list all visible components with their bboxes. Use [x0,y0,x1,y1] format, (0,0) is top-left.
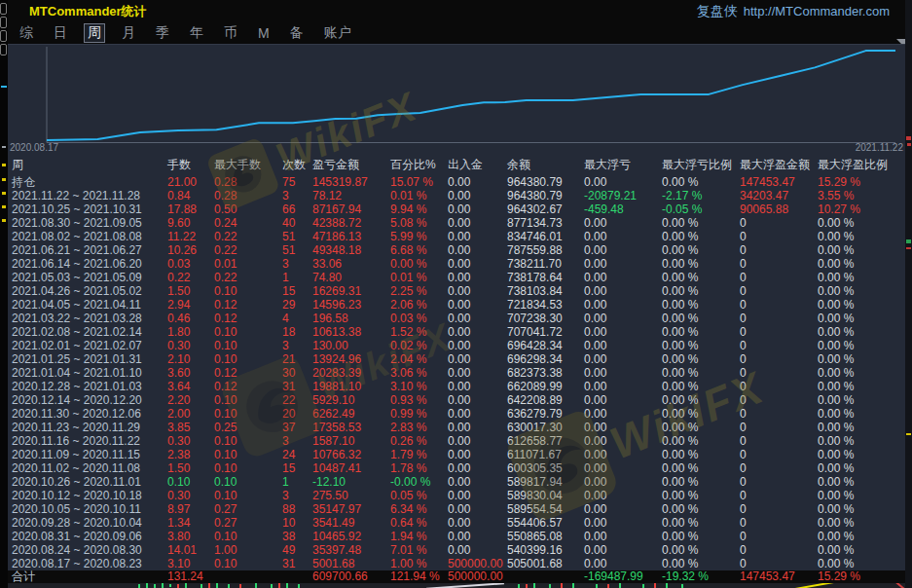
total-row[interactable]: 合计131.24609700.66121.94 %500000.00-16948… [8,570,905,583]
value-cell: 1.80 [167,325,214,339]
value-cell: 22 [282,393,312,407]
table-row[interactable]: 2020.09.28 ~ 2020.10.041.340.27103541.49… [8,516,905,530]
value-cell: 14.01 [167,543,214,557]
value-cell: 540399.16 [507,543,584,557]
table-row[interactable]: 2020.11.30 ~ 2020.12.062.000.10206262.49… [8,407,905,421]
value-cell: 145319.87 [312,175,390,189]
table-row[interactable]: 2020.11.23 ~ 2020.11.293.850.253717358.5… [8,421,905,434]
value-cell: 3 [282,339,312,352]
period-cell: 2020.11.16 ~ 2020.11.22 [12,434,167,448]
menu-item-综[interactable]: 综 [19,24,33,42]
period-cell: 2020.10.12 ~ 2020.10.18 [12,489,167,502]
table-row[interactable]: 2020.12.28 ~ 2021.01.033.640.123119881.1… [8,380,905,393]
value-cell: 0.00 % [818,421,905,434]
table-row[interactable]: 2020.12.14 ~ 2020.12.202.200.10225929.10… [8,393,905,407]
brand-url-link[interactable]: http://MTCommander.com [744,4,890,18]
table-row[interactable]: 2021.03.22 ~ 2021.03.280.460.124196.580.… [8,312,905,325]
background-left-strip [0,0,8,588]
table-row[interactable]: 2021.08.02 ~ 2021.08.0811.220.225147186.… [8,230,905,243]
value-cell: 3.85 [167,421,214,434]
table-row[interactable]: 2020.10.26 ~ 2020.11.010.100.101-12.10-0… [8,475,905,489]
table-row[interactable]: 2021.02.08 ~ 2021.02.141.800.101810613.3… [8,325,905,339]
table-row[interactable]: 2020.10.05 ~ 2020.10.118.970.278835147.9… [8,502,905,516]
table-row[interactable]: 2020.11.16 ~ 2020.11.220.300.1031587.100… [8,434,905,448]
x-axis-start-label: 2020.08.17 [10,142,58,153]
column-header: 最大手数 [214,154,282,175]
value-cell: 0.05 % [390,489,448,502]
background-toolbar-button [0,30,7,42]
value-cell: 0 [740,271,818,284]
value-cell: 121.94 % [390,570,448,583]
value-cell: 877134.73 [507,216,584,230]
menu-item-币[interactable]: 币 [224,24,237,42]
table-row[interactable]: 2020.11.02 ~ 2020.11.081.500.101510487.4… [8,461,905,475]
value-cell: 0.30 [167,489,214,502]
value-cell: 20 [282,407,312,421]
value-cell: 0.00 [448,421,507,434]
table-row[interactable]: 2020.08.17 ~ 2020.08.233.100.10315001.68… [8,557,905,570]
period-cell: 2021.06.21 ~ 2021.06.27 [12,243,167,257]
value-cell: 2.25 % [390,284,448,298]
table-row[interactable]: 2020.11.09 ~ 2020.11.152.380.102410766.3… [8,448,905,461]
balance-curve [8,45,905,155]
value-cell: 0.00 % [818,298,905,312]
value-cell: 30 [282,366,312,380]
value-cell: 3.80 [167,530,214,543]
value-cell: 0.03 [167,257,214,271]
value-cell: 0.00 % [818,325,905,339]
table-row[interactable]: 2021.10.25 ~ 2021.10.3117.880.506687167.… [8,202,905,216]
value-cell: 0.00 [584,352,662,366]
value-cell: 49348.18 [312,243,390,257]
background-bottom-strip [8,583,905,588]
menu-item-季[interactable]: 季 [156,24,169,42]
value-cell: 0.00 % [390,257,448,271]
value-cell: 0.00 % [818,284,905,298]
value-cell: 0 [740,352,818,366]
value-cell: 0.00 % [818,216,905,230]
value-cell: 0.64 % [390,516,448,530]
table-row[interactable]: 2021.04.26 ~ 2021.05.021.500.101516269.3… [8,284,905,298]
value-cell: 0.22 [214,271,282,284]
table-row[interactable]: 持仓21.000.2875145319.8715.07 %0.00964380.… [8,175,905,189]
table-row[interactable]: 2021.11.22 ~ 2021.11.280.840.28378.120.0… [8,189,905,202]
period-cell: 2020.08.31 ~ 2020.09.06 [12,530,167,543]
value-cell: 0.00 % [818,502,905,516]
value-cell: 1.79 % [390,448,448,461]
value-cell: 14596.23 [312,298,390,312]
table-row[interactable]: 2020.10.12 ~ 2020.10.180.300.103275.500.… [8,489,905,502]
table-row[interactable]: 2021.02.01 ~ 2021.02.070.300.103130.000.… [8,339,905,352]
table-row[interactable]: 2021.01.25 ~ 2021.01.312.100.102113924.9… [8,352,905,366]
menu-item-月[interactable]: 月 [122,24,135,42]
value-cell: 0.00 % [662,243,740,257]
value-cell: 0.12 [214,312,282,325]
menu-item-M[interactable]: M [258,25,270,41]
value-cell: 0 [740,434,818,448]
menu-item-账户[interactable]: 账户 [324,24,351,42]
value-cell: 0.10 [214,448,282,461]
value-cell: 0.00 % [662,448,740,461]
background-right-strip [905,0,912,588]
table-row[interactable]: 2021.01.04 ~ 2021.01.103.600.123020283.3… [8,366,905,380]
value-cell: 630017.30 [507,421,584,434]
value-cell: 682373.38 [507,366,584,380]
value-cell: 0.00 [584,216,662,230]
value-cell: 24 [282,448,312,461]
table-row[interactable]: 2021.08.30 ~ 2021.09.059.600.244042388.7… [8,216,905,230]
table-row[interactable]: 2021.04.05 ~ 2021.04.112.940.122914596.2… [8,298,905,312]
table-row[interactable]: 2021.05.03 ~ 2021.05.090.220.22174.800.0… [8,271,905,284]
value-cell: 0.24 [214,216,282,230]
value-cell: 0.00 [584,434,662,448]
value-cell: 0.00 [448,448,507,461]
period-cell: 2020.08.17 ~ 2020.08.23 [12,557,167,570]
value-cell: 75 [282,175,312,189]
table-row[interactable]: 2021.06.14 ~ 2021.06.200.030.01333.060.0… [8,257,905,271]
table-row[interactable]: 2020.08.24 ~ 2020.08.3014.011.004935397.… [8,543,905,557]
menu-item-周[interactable]: 周 [84,23,105,43]
period-cell: 2021.08.30 ~ 2021.09.05 [12,216,167,230]
titlebar-brand: 复盘侠http://MTCommander.com [697,3,890,20]
table-row[interactable]: 2020.08.31 ~ 2020.09.063.800.103810465.9… [8,530,905,543]
menu-item-备[interactable]: 备 [290,24,304,42]
menu-item-日[interactable]: 日 [54,24,67,42]
menu-item-年[interactable]: 年 [190,24,203,42]
table-row[interactable]: 2021.06.21 ~ 2021.06.2710.260.225149348.… [8,243,905,257]
